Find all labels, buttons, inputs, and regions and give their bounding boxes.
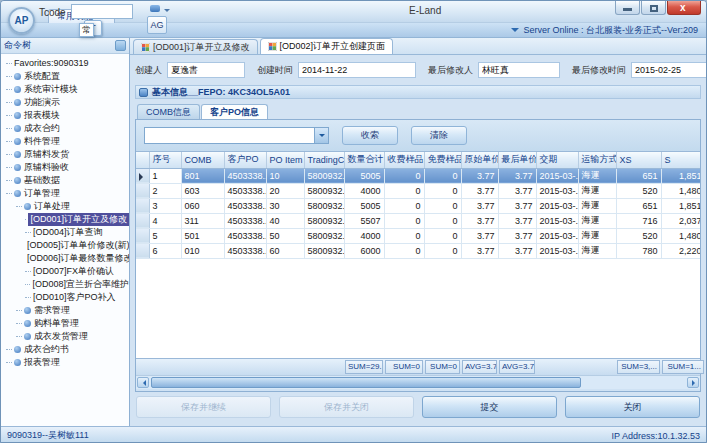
cell[interactable]: 0: [384, 183, 424, 198]
cell[interactable]: 3: [149, 198, 181, 213]
document-tab[interactable]: [OD002]订单开立创建页面: [260, 38, 394, 54]
cell[interactable]: 0: [424, 183, 461, 198]
field-input[interactable]: [631, 62, 707, 78]
tree-item[interactable]: [OD007]FX单价确认: [1, 265, 129, 278]
table-row[interactable]: 43114503338...405800932...5507003.773.77…: [136, 213, 700, 228]
column-header[interactable]: 免费样品...: [424, 152, 461, 168]
tree-item[interactable]: 原辅料发货: [1, 148, 129, 161]
cell[interactable]: 0: [424, 228, 461, 243]
cell[interactable]: 0: [424, 213, 461, 228]
table-row[interactable]: 60104503338...605800932...6000003.773.77…: [136, 243, 700, 258]
cell[interactable]: 0: [424, 198, 461, 213]
cell[interactable]: 5: [149, 228, 181, 243]
cell[interactable]: 0: [384, 198, 424, 213]
tree-item[interactable]: [OD008]宜兰折合率维护: [1, 278, 129, 291]
cell[interactable]: 4000: [344, 228, 384, 243]
cell[interactable]: 2015-03-...: [536, 168, 578, 183]
cell[interactable]: 2,037: [661, 213, 700, 228]
cell[interactable]: 海運: [578, 198, 616, 213]
cell[interactable]: 2,220: [661, 243, 700, 258]
cell[interactable]: 0: [424, 243, 461, 258]
cell[interactable]: 651: [616, 198, 661, 213]
cell[interactable]: 3.77: [461, 228, 498, 243]
table-row[interactable]: 18014503338...105800932...5005003.773.77…: [136, 168, 700, 183]
cell[interactable]: 6000: [344, 243, 384, 258]
cell[interactable]: 3.77: [498, 198, 536, 213]
cell[interactable]: 5800932...: [304, 198, 344, 213]
app-menu-orb-button[interactable]: AP: [8, 7, 35, 34]
cell[interactable]: 651: [616, 168, 661, 183]
tree-item[interactable]: 报表模块: [1, 109, 129, 122]
column-header[interactable]: TradingC...: [304, 152, 344, 168]
column-header[interactable]: PO Item: [266, 152, 304, 168]
column-header[interactable]: 收费样品...: [384, 152, 424, 168]
cell[interactable]: 海運: [578, 228, 616, 243]
tree-item[interactable]: 购料单管理: [1, 317, 129, 330]
close-button[interactable]: x: [667, 1, 701, 15]
cell[interactable]: 3.77: [461, 198, 498, 213]
column-header[interactable]: S: [661, 152, 700, 168]
tree-item[interactable]: 报表管理: [1, 356, 129, 369]
tree-item[interactable]: [OD005]订单单价修改(新): [1, 239, 129, 252]
cell[interactable]: 716: [616, 213, 661, 228]
tree-item[interactable]: 订单管理: [1, 187, 129, 200]
cell[interactable]: 010: [181, 243, 224, 258]
subtab[interactable]: COMB信息: [137, 104, 200, 119]
cell[interactable]: 3.77: [498, 183, 536, 198]
collapse-icon[interactable]: [139, 88, 148, 97]
ag-button[interactable]: AG: [147, 16, 167, 34]
minimize-button[interactable]: [615, 1, 640, 15]
maximize-button[interactable]: [641, 1, 666, 15]
cell[interactable]: 1,851: [661, 198, 700, 213]
table-row[interactable]: 26034503338...205800932...4000003.773.77…: [136, 183, 700, 198]
horizontal-scrollbar[interactable]: [136, 375, 700, 389]
tcode-input[interactable]: [71, 4, 133, 19]
cell[interactable]: 603: [181, 183, 224, 198]
cell[interactable]: 3.77: [498, 228, 536, 243]
cell[interactable]: 4503338...: [224, 243, 266, 258]
cell[interactable]: 6: [149, 243, 181, 258]
cell[interactable]: 4000: [344, 183, 384, 198]
cell[interactable]: 5800932...: [304, 168, 344, 183]
cell[interactable]: 40: [266, 213, 304, 228]
cell[interactable]: 0: [424, 168, 461, 183]
quick-access-caret-icon[interactable]: [164, 9, 170, 15]
subtab[interactable]: 客户PO信息: [201, 104, 268, 119]
cell[interactable]: 20: [266, 183, 304, 198]
cell[interactable]: 4503338...: [224, 183, 266, 198]
cell[interactable]: 50: [266, 228, 304, 243]
tree-item[interactable]: 成衣发货管理: [1, 330, 129, 343]
cell[interactable]: 0: [384, 168, 424, 183]
cell[interactable]: 5800932...: [304, 228, 344, 243]
document-tab[interactable]: [OD001]订单开立及修改: [133, 39, 258, 54]
tree-item[interactable]: 功能演示: [1, 96, 129, 109]
column-header[interactable]: 运输方式: [578, 152, 616, 168]
tree-item[interactable]: 原辅料验收: [1, 161, 129, 174]
cell[interactable]: 海運: [578, 243, 616, 258]
cell[interactable]: 060: [181, 198, 224, 213]
column-header[interactable]: 客户PO: [224, 152, 266, 168]
tree-item[interactable]: 订单处理: [1, 200, 129, 213]
tree-item[interactable]: [OD004]订单查询: [1, 226, 129, 239]
cell[interactable]: 5800932...: [304, 183, 344, 198]
cell[interactable]: 2015-03-...: [536, 183, 578, 198]
cell[interactable]: 1,480: [661, 228, 700, 243]
column-header[interactable]: 序号: [149, 152, 181, 168]
cell[interactable]: 2015-03-...: [536, 243, 578, 258]
cell[interactable]: 0: [384, 243, 424, 258]
cell[interactable]: 3.77: [461, 243, 498, 258]
quick-access-icon[interactable]: [150, 5, 160, 12]
cell[interactable]: 2: [149, 183, 181, 198]
cell[interactable]: 5800932...: [304, 213, 344, 228]
cell[interactable]: 0: [384, 213, 424, 228]
scroll-left-button[interactable]: [137, 377, 149, 388]
cell[interactable]: 2015-03-...: [536, 198, 578, 213]
cell[interactable]: 5507: [344, 213, 384, 228]
clear-button[interactable]: 清除: [411, 126, 467, 145]
cell[interactable]: 501: [181, 228, 224, 243]
cell[interactable]: 801: [181, 168, 224, 183]
sidebar-panel-icon[interactable]: [115, 40, 126, 51]
cell[interactable]: 30: [266, 198, 304, 213]
tree-item[interactable]: [OD001]订单开立及修改: [1, 213, 129, 226]
cell[interactable]: 4503338...: [224, 213, 266, 228]
